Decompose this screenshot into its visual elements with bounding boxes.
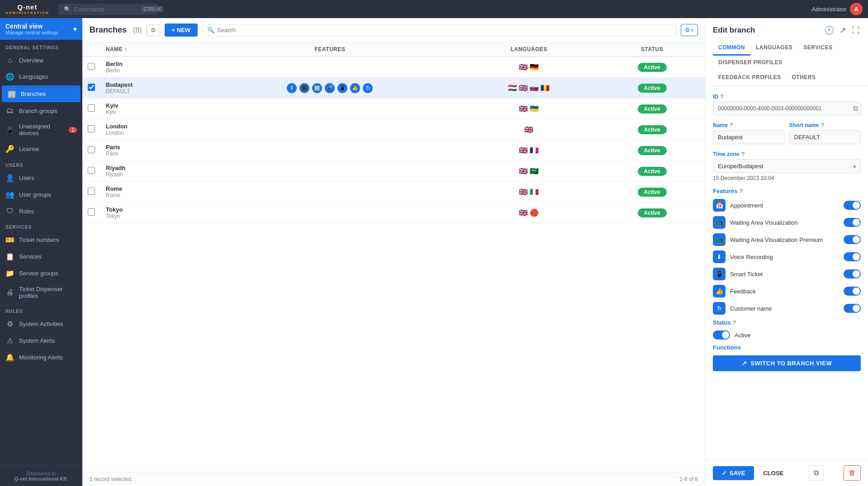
name-help-icon[interactable]: ? — [730, 122, 733, 128]
short-name-help-icon[interactable]: ? — [821, 122, 825, 128]
status-toggle[interactable] — [713, 330, 730, 340]
row-checkbox[interactable] — [88, 63, 95, 70]
filter-button[interactable]: ⚙ — [147, 24, 160, 36]
sidebar-header[interactable]: Central view Manage central settings ▾ — [0, 18, 82, 40]
sidebar-item-service-groups[interactable]: 📁 Service groups — [0, 265, 82, 282]
tab-common[interactable]: COMMON — [713, 41, 750, 56]
duplicate-button[interactable]: ⧉ — [809, 465, 824, 481]
switch-branch-button[interactable]: ↗ SWITCH TO BRANCH VIEW — [713, 355, 861, 371]
sidebar-item-users[interactable]: 👤 Users — [0, 170, 82, 186]
tab-others[interactable]: OTHERS — [787, 71, 821, 85]
sidebar-item-system-activities[interactable]: ⚙ System Activities — [0, 316, 82, 332]
table-row[interactable]: ParisParis🇬🇧🇫🇷Active — [82, 140, 705, 161]
close-button[interactable]: CLOSE — [758, 466, 789, 480]
waiting-premium-toggle[interactable] — [844, 235, 861, 244]
sidebar-item-label: License — [19, 146, 39, 152]
sidebar-item-system-alerts[interactable]: ⚠ System Alerts — [0, 332, 82, 349]
copy-id-button[interactable]: ⧉ — [853, 104, 858, 113]
sidebar-item-overview[interactable]: ⌂ Overview — [0, 52, 82, 68]
advanced-filter-button[interactable]: ⚙= — [681, 24, 698, 36]
tab-services[interactable]: SERVICES — [798, 41, 838, 56]
command-search[interactable]: 🔍 CTRL+K — [58, 4, 158, 15]
save-button[interactable]: ✓ SAVE — [713, 466, 754, 480]
table-row[interactable]: RomeRome🇬🇧🇮🇹Active — [82, 182, 705, 203]
row-checkbox[interactable] — [88, 167, 95, 174]
table-row[interactable]: KyivKyiv🇬🇧🇺🇦Active — [82, 99, 705, 119]
row-checkbox[interactable] — [88, 104, 95, 112]
smart-ticket-label: Smart Ticket — [730, 271, 839, 278]
table-row[interactable]: TokyoTokyo🇬🇧🔴Active — [82, 203, 705, 223]
timezone-select[interactable]: Europe/Budapest — [713, 159, 861, 173]
status-help-icon[interactable]: ? — [733, 319, 736, 326]
voice-recording-icon: ⬇ — [713, 250, 726, 263]
id-section: ID ? ⧉ — [713, 93, 861, 115]
table-row[interactable]: BerlinBerlin🇬🇧🇩🇪Active — [82, 57, 705, 78]
sidebar-item-license[interactable]: 🔑 License — [0, 141, 82, 157]
col-languages: LANGUAGES — [459, 42, 599, 57]
functions-section: Functions ↗ SWITCH TO BRANCH VIEW — [713, 344, 861, 371]
status-badge: Active — [638, 125, 667, 134]
customer-name-toggle[interactable] — [844, 304, 861, 313]
sidebar-item-user-groups[interactable]: 👥 User groups — [0, 186, 82, 203]
row-checkbox[interactable] — [88, 146, 95, 153]
tab-dispenser-profiles[interactable]: DISPENSER PROFILES — [713, 56, 788, 71]
list-icon: 📋 — [5, 252, 14, 261]
logo-text: Q-net — [17, 3, 37, 11]
delete-button[interactable]: 🗑 — [844, 465, 861, 481]
short-name-group: Short name ? — [789, 122, 861, 144]
tab-feedback-profiles[interactable]: FEEDBACK PROFILES — [713, 71, 787, 85]
printer-icon: 🖨 — [5, 288, 14, 297]
row-checkbox[interactable] — [88, 125, 95, 132]
timezone-help-icon[interactable]: ? — [741, 151, 745, 157]
id-help-icon[interactable]: ? — [720, 93, 724, 100]
command-input[interactable] — [75, 6, 138, 13]
feedback-toggle[interactable] — [844, 287, 861, 296]
table-row[interactable]: LondonLondon🇬🇧Active — [82, 119, 705, 140]
new-button[interactable]: + NEW — [165, 24, 198, 37]
short-name-field[interactable] — [789, 130, 861, 144]
sidebar-item-unassigned[interactable]: 📱 Unassigned devices 1 — [0, 119, 82, 141]
appointment-toggle[interactable] — [844, 201, 861, 210]
sidebar-item-dispenser-profiles[interactable]: 🖨 Ticket Dispenser profiles — [0, 282, 82, 303]
sidebar-item-branch-groups[interactable]: 🗂 Branch groups — [0, 103, 82, 119]
voice-recording-toggle[interactable] — [844, 252, 861, 261]
timezone-date: 15 December 2023 10:04 — [713, 175, 861, 181]
flag-icon: 🇬🇧 — [519, 188, 528, 196]
table-row[interactable]: BudapestDEFAULTℹ⬛🏢🎤📱👍Tr🇭🇺🇬🇧🇸🇰🇷🇴Active — [82, 78, 705, 99]
tab-languages[interactable]: LANGUAGES — [750, 41, 798, 56]
name-field[interactable] — [713, 130, 785, 144]
edit-panel: Edit branch 🕐 ↗ ⛶ COMMON LANGUAGES SERVI… — [705, 18, 868, 486]
sidebar-item-services[interactable]: 📋 Services — [0, 248, 82, 265]
sidebar-item-languages[interactable]: 🌐 Languages — [0, 68, 82, 85]
share-button[interactable]: ↗ — [839, 24, 847, 36]
sidebar-item-monitoring-alerts[interactable]: 🔔 Monitoring Alerts — [0, 349, 82, 366]
row-checkbox[interactable] — [88, 208, 95, 216]
history-button[interactable]: 🕐 — [823, 24, 835, 36]
search-input[interactable] — [217, 27, 671, 33]
table-row[interactable]: RiyadhRiyadh🇬🇧🇸🇦Active — [82, 161, 705, 182]
flag-icon: 🇬🇧 — [519, 167, 528, 175]
sidebar-item-label: Ticket numbers — [19, 236, 59, 243]
avatar[interactable]: A — [850, 3, 863, 15]
sidebar-item-branches[interactable]: 🏢 Branches — [2, 85, 81, 102]
waiting-area-label: Waiting Area Visualization — [730, 219, 839, 226]
cell-features — [201, 140, 459, 161]
smart-ticket-icon: 📱 — [713, 268, 726, 280]
row-checkbox[interactable] — [88, 84, 95, 91]
waiting-area-toggle[interactable] — [844, 218, 861, 227]
status-toggle-row: Active — [713, 330, 861, 340]
features-help-icon[interactable]: ? — [739, 188, 743, 194]
smart-ticket-toggle[interactable] — [844, 269, 861, 278]
row-checkbox[interactable] — [88, 188, 95, 195]
flag-icon: 🇬🇧 — [519, 104, 528, 113]
sidebar-item-roles[interactable]: 🛡 Roles — [0, 203, 82, 219]
expand-button[interactable]: ⛶ — [851, 24, 861, 36]
status-badge: Active — [638, 146, 667, 155]
sidebar-item-label: Service groups — [19, 270, 58, 277]
cell-status: Active — [599, 161, 705, 182]
name-group: Name ? — [713, 122, 785, 144]
sidebar-item-label: Unassigned devices — [19, 123, 64, 137]
short-name-label: Short name ? — [789, 122, 861, 128]
sidebar-item-ticket-numbers[interactable]: 🎫 Ticket numbers — [0, 231, 82, 248]
globe-icon: 🌐 — [5, 72, 14, 81]
